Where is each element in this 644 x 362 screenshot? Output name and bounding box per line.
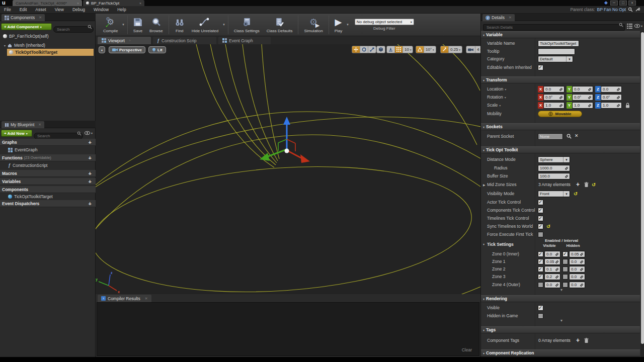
scale-y-field[interactable]: 1.0 [572, 102, 593, 109]
spinner-icon[interactable] [580, 260, 583, 263]
close-tab-icon[interactable]: × [139, 2, 141, 5]
tab-compiler-results[interactable]: › Compiler Results ✕ [98, 295, 151, 302]
collapsed-arrow-icon[interactable]: ▶ [483, 183, 486, 187]
expand-more-button[interactable]: ▼ [538, 319, 585, 322]
buffer-size-field[interactable]: 100.0 [538, 173, 570, 179]
spinner-icon[interactable] [559, 104, 562, 107]
lock-icon[interactable] [625, 103, 630, 108]
zone3-hidden-checkbox[interactable] [562, 274, 568, 280]
spinner-icon[interactable] [580, 268, 583, 271]
section-tick-opt-toolkit[interactable]: ▾Tick Opt Toolkit [481, 146, 640, 153]
reset-icon[interactable]: ↺ [574, 191, 578, 197]
debug-object-dropdown[interactable]: No debug object selected▾ [355, 19, 414, 25]
property-label[interactable]: Rotation▾ [487, 94, 506, 102]
details-scrollbar[interactable] [640, 31, 644, 357]
zone3-visible-checkbox[interactable] [538, 274, 543, 280]
surface-snap-button[interactable] [387, 46, 395, 53]
zone4-visible-checkbox[interactable] [538, 282, 543, 288]
trash-icon[interactable] [584, 182, 589, 188]
window-tab-level[interactable]: CamAndFan_TickOpt_4096* × [13, 0, 82, 6]
rotation-y-field[interactable]: 0.0° [572, 94, 593, 101]
section-component-replication[interactable]: ▾Component Replication [481, 349, 640, 356]
section-rendering[interactable]: ▾Rendering [481, 295, 640, 302]
spinner-icon[interactable] [555, 260, 558, 263]
details-search-input[interactable] [483, 24, 625, 31]
zone1-hidden-checkbox[interactable] [562, 259, 568, 264]
reset-icon[interactable]: ↺ [592, 182, 596, 188]
rotation-z-field[interactable]: 0.0° [601, 94, 622, 101]
zone2-hidden-interval-field[interactable]: 0.0 [569, 266, 585, 273]
view-filter-button[interactable]: ▾ [634, 24, 642, 28]
zone0-visible-interval-field[interactable]: 0.0 [544, 251, 560, 257]
grid-snap-value[interactable]: 10▾ [403, 46, 413, 53]
section-graphs[interactable]: Graphs+ [0, 139, 96, 146]
clear-button[interactable]: Clear [462, 347, 472, 352]
spinner-icon[interactable] [555, 276, 558, 279]
tooltip-field[interactable] [538, 48, 575, 55]
close-icon[interactable]: ✕ [39, 16, 42, 20]
clear-socket-icon[interactable]: ✕ [575, 133, 579, 138]
zone0-hidden-checkbox[interactable] [562, 251, 568, 257]
add-macro-button[interactable]: + [89, 171, 94, 176]
property-label[interactable]: Scale▾ [487, 102, 501, 110]
section-event-dispatchers[interactable]: Event Dispatchers+ [0, 200, 96, 207]
section-components[interactable]: Components [0, 186, 96, 193]
expand-more-button[interactable]: ▼ [538, 288, 585, 292]
zone0-hidden-interval-field[interactable]: 0.05 [569, 251, 585, 257]
section-functions[interactable]: Functions(23 Overridable)+ [0, 154, 96, 161]
class-settings-button[interactable]: Class Settings [230, 14, 263, 35]
tab-components[interactable]: Components ✕ [2, 14, 45, 21]
components-tick-checkbox[interactable] [538, 208, 543, 213]
item-tickopttoolkittarget[interactable]: TickOptToolkitTarget [0, 193, 96, 200]
zone1-visible-interval-field[interactable]: 0.05 [544, 258, 560, 265]
timelines-tick-checkbox[interactable] [538, 216, 543, 221]
reset-icon[interactable]: ↺ [546, 223, 550, 230]
tree-item-tickopttoolkittarget[interactable]: TickOptToolkitTarget [7, 49, 94, 56]
distance-mode-dropdown[interactable]: Sphere▼ [538, 156, 570, 163]
spinner-icon[interactable] [588, 104, 591, 107]
zone2-visible-interval-field[interactable]: 0.1 [544, 266, 560, 273]
rotation-snap-value[interactable]: 10°▾ [424, 46, 436, 53]
scrollbar-thumb[interactable] [641, 32, 644, 344]
tab-my-blueprint[interactable]: My Blueprint ✕ [2, 121, 44, 128]
3d-viewport[interactable]: z y x ▾ Perspective Lit 10▾ [96, 44, 480, 294]
add-new-button[interactable]: + Add New▾ [1, 130, 32, 137]
menu-debug[interactable]: Debug [72, 7, 85, 12]
grid-snap-toggle-button[interactable] [395, 46, 403, 53]
tab-details[interactable]: i Details ✕ [482, 14, 515, 21]
compiler-output[interactable]: Clear [97, 302, 479, 356]
myblueprint-search[interactable] [34, 130, 83, 139]
camera-speed-value[interactable]: 4▾ [475, 46, 480, 53]
close-window-button[interactable]: × [628, 1, 636, 6]
tab-viewport[interactable]: Viewport › [98, 37, 151, 44]
scale-tool-button[interactable] [368, 46, 376, 53]
components-search[interactable] [53, 24, 94, 33]
zone3-visible-interval-field[interactable]: 0.2 [544, 274, 560, 280]
spinner-icon[interactable] [580, 253, 583, 256]
simulation-button[interactable]: ⚙▶ Simulation [300, 14, 326, 35]
spinner-icon[interactable] [559, 88, 562, 91]
variable-name-field[interactable]: TickOptToolkitTarget [538, 40, 579, 47]
close-tab-icon[interactable]: × [77, 2, 79, 5]
tab-construction-script[interactable]: ƒ Construction Scrip [153, 37, 216, 44]
section-variables[interactable]: Variables+ [0, 178, 96, 185]
location-y-field[interactable]: 0.0 [572, 86, 593, 93]
radius-field[interactable]: 1000.0 [538, 165, 570, 171]
zone2-visible-checkbox[interactable] [538, 266, 543, 272]
spinner-icon[interactable] [555, 253, 558, 256]
spinner-icon[interactable] [617, 88, 620, 91]
add-array-element-button[interactable]: + [576, 182, 580, 188]
parent-class-value[interactable]: BP Fan No Opt [597, 7, 626, 12]
scale-z-field[interactable]: 1.0 [601, 102, 622, 109]
add-variable-button[interactable]: + [89, 179, 94, 184]
mobility-movable-button[interactable]: Movable [538, 111, 582, 117]
zone3-hidden-interval-field[interactable]: 0.0 [569, 274, 585, 280]
expander-icon[interactable]: ▾ [4, 44, 6, 47]
search-icon[interactable] [628, 7, 633, 12]
menu-file[interactable]: File [4, 7, 11, 12]
compile-options-caret[interactable]: ▾ [121, 23, 125, 27]
zone2-hidden-checkbox[interactable] [562, 266, 568, 272]
close-icon[interactable]: ✕ [509, 16, 512, 20]
property-label[interactable]: Location▾ [487, 85, 506, 94]
tree-item-mesh[interactable]: ▾ Mesh (Inherited) [0, 42, 96, 49]
